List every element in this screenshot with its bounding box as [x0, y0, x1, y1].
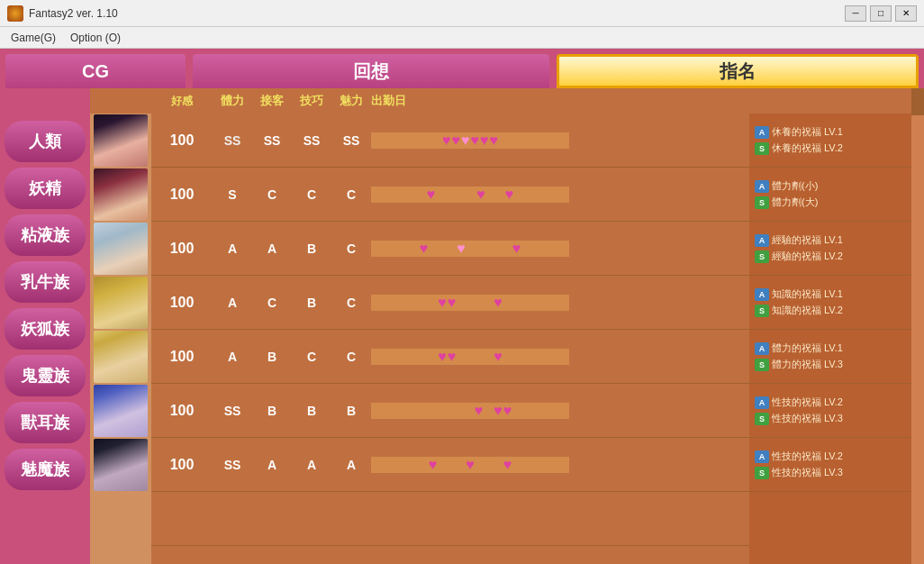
- hearts-7: ♥ ♥ ♥: [371, 457, 569, 473]
- skill-name-a-5: 體力的祝福 LV.1: [772, 341, 843, 355]
- minimize-button[interactable]: ─: [845, 5, 866, 22]
- tab-cg[interactable]: CG: [5, 54, 186, 88]
- skill-name-s-4: 知識的祝福 LV.2: [772, 304, 843, 317]
- empty-skills: [749, 546, 911, 564]
- skill-badge-s-3: S 經驗的祝福 LV.2: [755, 250, 906, 263]
- skill-6: B: [292, 404, 331, 418]
- hearts-2: ♥ ♥ ♥: [371, 186, 569, 203]
- skill-row-1: A 休養的祝福 LV.1 S 休養的祝福 LV.2: [749, 114, 911, 168]
- skill-badge-a-1: A 休養的祝福 LV.1: [755, 125, 906, 139]
- sidebar-item-succubus[interactable]: 魅魔族: [5, 449, 86, 490]
- skill-row-2: A 體力劑(小) S 體力劑(大): [749, 168, 911, 222]
- affection-3: 100: [151, 241, 213, 257]
- sidebar: 人類 妖精 粘液族 乳牛族 妖狐族 鬼靈族 獸耳族 魅魔族: [0, 88, 90, 564]
- menu-option[interactable]: Option (O): [63, 30, 128, 46]
- avatar-6: [90, 384, 151, 438]
- heart-icon: ♥: [448, 295, 457, 311]
- skill-name-a-4: 知識的祝福 LV.1: [772, 287, 843, 301]
- scrollbar[interactable]: [911, 88, 924, 564]
- charm-3: C: [331, 241, 371, 256]
- row-stats-6: 100 SS B B B ♥ ♥ ♥: [151, 384, 749, 437]
- row-stats-1: 100 SS SS SS SS ♥ ♥ ♥ ♥ ♥ ♥: [151, 114, 749, 167]
- affection-4: 100: [151, 295, 213, 311]
- table-area: 好感 體力 接客 技巧 魅力 出勤日 100 SS SS SS SS: [90, 88, 911, 564]
- skill-row-7: A 性技的祝福 LV.2 S 性技的祝福 LV.3: [749, 438, 911, 492]
- table-row: 100 A C B C ♥ ♥ ♥ A 知識的祝福 LV.1: [90, 276, 911, 330]
- row-stats-5: 100 A B C C ♥ ♥ ♥: [151, 330, 749, 383]
- table-row-empty-1: [90, 492, 911, 546]
- skill-badge-a-2: A 體力劑(小): [755, 179, 906, 193]
- heart-icon: ♥: [494, 349, 503, 365]
- row-stats-7: 100 SS A A A ♥ ♥ ♥: [151, 438, 749, 491]
- service-1: SS: [252, 133, 292, 148]
- col-header-stamina: 體力: [213, 93, 252, 109]
- heart-icon: ♥: [503, 403, 512, 419]
- scroll-thumb[interactable]: [911, 88, 924, 115]
- skill-badge-a-6: A 性技的祝福 LV.2: [755, 396, 906, 409]
- badge-a-icon: A: [755, 396, 769, 409]
- badge-s-icon: S: [755, 142, 769, 155]
- heart-icon: ♥: [438, 349, 447, 365]
- service-3: A: [252, 241, 292, 256]
- skill-badge-a-4: A 知識的祝福 LV.1: [755, 287, 906, 301]
- maximize-button[interactable]: □: [870, 5, 892, 22]
- badge-a-icon: A: [755, 126, 769, 139]
- skill-5: C: [292, 350, 331, 364]
- sidebar-item-slime[interactable]: 粘液族: [5, 214, 86, 256]
- row-stats-4: 100 A C B C ♥ ♥ ♥: [151, 276, 749, 329]
- skill-badge-s-6: S 性技的祝福 LV.3: [755, 412, 906, 425]
- badge-s-icon: S: [755, 467, 769, 479]
- badge-a-icon: A: [755, 450, 769, 463]
- charm-1: SS: [331, 133, 371, 148]
- menubar: Game(G) Option (O): [0, 27, 924, 49]
- sidebar-item-foxgirl[interactable]: 妖狐族: [5, 308, 86, 350]
- skill-1: SS: [292, 133, 331, 148]
- badge-a-icon: A: [755, 234, 769, 247]
- affection-5: 100: [151, 349, 213, 365]
- skill-badge-s-1: S 休養的祝福 LV.2: [755, 141, 906, 155]
- empty-stats: [151, 546, 749, 564]
- skill-name-s-7: 性技的祝福 LV.3: [772, 466, 843, 479]
- hearts-1: ♥ ♥ ♥ ♥ ♥ ♥: [371, 132, 569, 149]
- stamina-3: A: [213, 241, 252, 256]
- sidebar-item-cowgirl[interactable]: 乳牛族: [5, 261, 86, 303]
- skill-4: B: [292, 296, 331, 310]
- tab-recall[interactable]: 回想: [193, 54, 549, 88]
- heart-icon: ♥: [466, 457, 475, 473]
- close-button[interactable]: ✕: [895, 5, 917, 22]
- charm-4: C: [331, 296, 371, 310]
- main-area: CG 回想 指名 人類 妖精 粘液族 乳牛族 妖狐族 鬼靈族 獸耳族 魅魔族 好…: [0, 49, 924, 564]
- heart-icon: ♥: [494, 295, 503, 311]
- heart-icon: ♥: [420, 241, 429, 257]
- table-row-empty-2: [90, 546, 911, 564]
- badge-s-icon: S: [755, 413, 769, 425]
- heart-icon: ♥: [494, 403, 503, 419]
- stamina-4: A: [213, 296, 252, 310]
- sidebar-item-fairy[interactable]: 妖精: [5, 168, 86, 209]
- heart-icon: ♥: [438, 295, 447, 311]
- sidebar-item-human[interactable]: 人類: [5, 121, 86, 162]
- sidebar-item-ghost[interactable]: 鬼靈族: [5, 355, 86, 396]
- badge-s-icon: S: [755, 250, 769, 263]
- column-headers: 好感 體力 接客 技巧 魅力 出勤日: [90, 88, 911, 114]
- charm-6: B: [331, 404, 371, 418]
- stamina-1: SS: [213, 133, 252, 148]
- skill-name-s-6: 性技的祝福 LV.3: [772, 412, 843, 425]
- tab-name[interactable]: 指名: [557, 54, 919, 88]
- charm-2: C: [331, 187, 371, 202]
- hearts-5: ♥ ♥ ♥: [371, 349, 569, 365]
- content-area: 人類 妖精 粘液族 乳牛族 妖狐族 鬼靈族 獸耳族 魅魔族 好感 體力 接客 技…: [0, 88, 924, 564]
- skill-badge-s-4: S 知識的祝福 LV.2: [755, 304, 906, 317]
- sidebar-item-catgirl[interactable]: 獸耳族: [5, 402, 86, 443]
- heart-striped-icon: ♥: [461, 132, 470, 149]
- heart-icon: ♥: [471, 132, 480, 149]
- hearts-3: ♥ ♥ ♥: [371, 241, 569, 257]
- skill-row-5: A 體力的祝福 LV.1 S 體力的祝福 LV.3: [749, 330, 911, 384]
- menu-game[interactable]: Game(G): [4, 30, 63, 46]
- heart-icon: ♥: [475, 403, 484, 419]
- heart-icon: ♥: [452, 132, 461, 149]
- app-icon: [7, 5, 23, 22]
- titlebar-left: Fantasy2 ver. 1.10: [7, 5, 118, 22]
- service-6: B: [252, 404, 292, 418]
- stamina-2: S: [213, 187, 252, 202]
